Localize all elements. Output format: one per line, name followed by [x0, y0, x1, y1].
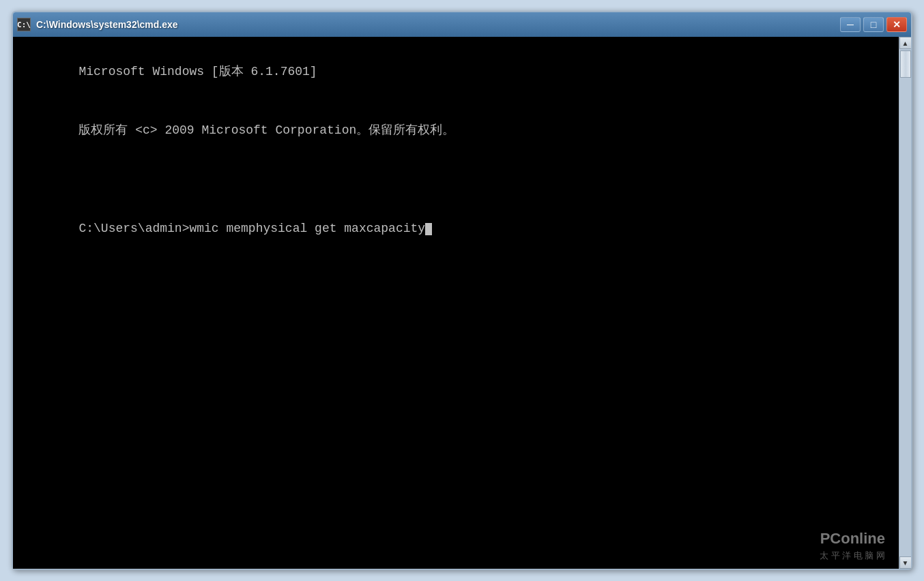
window-title: C:\Windows\system32\cmd.exe	[36, 19, 178, 30]
close-button[interactable]: ✕	[886, 17, 907, 32]
watermark-brand: PConline	[820, 528, 885, 550]
terminal-line-2: 版权所有 <c> 2009 Microsoft Corporation。保留所有…	[78, 123, 454, 137]
cmd-icon: C:\	[17, 18, 31, 31]
scrollbar: ▲ ▼	[899, 37, 911, 569]
terminal-area[interactable]: Microsoft Windows [版本 6.1.7601] 版权所有 <c>…	[13, 37, 899, 569]
title-bar-buttons: ─ □ ✕	[840, 17, 907, 32]
terminal-cursor	[425, 223, 432, 235]
scroll-thumb[interactable]	[900, 50, 911, 78]
scroll-up-button[interactable]: ▲	[899, 37, 912, 49]
watermark: PConline 太 平 洋 电 脑 网	[820, 528, 885, 562]
restore-button[interactable]: □	[863, 17, 884, 32]
terminal-line-4: C:\Users\admin>wmic memphysical get maxc…	[78, 222, 432, 235]
terminal-line-1: Microsoft Windows [版本 6.1.7601]	[78, 65, 317, 78]
cmd-window: C:\ C:\Windows\system32\cmd.exe ─ □ ✕ Mi…	[12, 11, 912, 570]
scroll-track[interactable]	[899, 49, 912, 556]
scroll-down-button[interactable]: ▼	[899, 556, 912, 569]
minimize-button[interactable]: ─	[840, 17, 861, 32]
window-body: Microsoft Windows [版本 6.1.7601] 版权所有 <c>…	[13, 37, 911, 569]
title-bar: C:\ C:\Windows\system32\cmd.exe ─ □ ✕	[13, 12, 911, 37]
watermark-subtitle: 太 平 洋 电 脑 网	[820, 550, 885, 562]
terminal-output: Microsoft Windows [版本 6.1.7601] 版权所有 <c>…	[20, 42, 892, 258]
title-bar-left: C:\ C:\Windows\system32\cmd.exe	[17, 18, 178, 31]
cmd-icon-text: C:\	[17, 20, 31, 29]
